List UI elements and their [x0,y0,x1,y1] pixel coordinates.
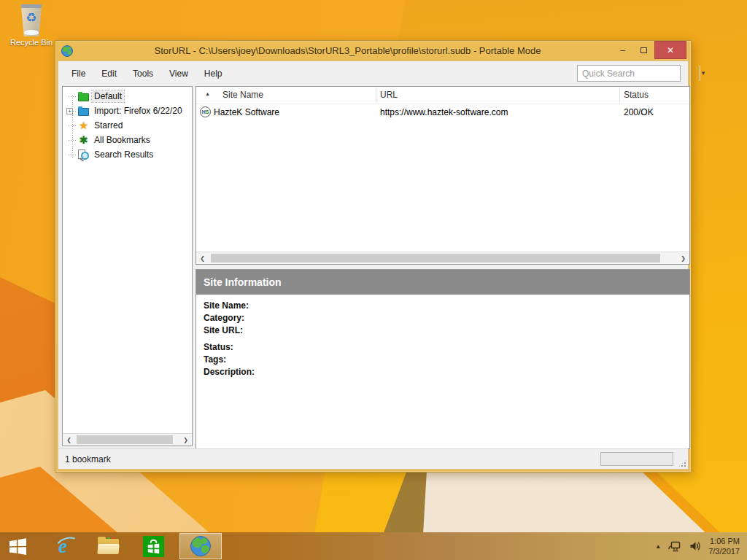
status-bar: 1 bookmark [58,448,688,469]
scroll-right-icon[interactable]: ❯ [677,252,689,264]
file-explorer-icon [98,539,119,554]
taskbar-clock[interactable]: 1:06 PM 7/3/2017 [708,536,740,556]
menu-edit[interactable]: Edit [93,66,125,82]
network-icon[interactable] [668,540,681,553]
site-favicon: HS [200,106,211,117]
maximize-icon [640,47,647,53]
cell-url: https://www.haztek-software.com [380,107,508,117]
minimize-button[interactable]: – [612,41,633,59]
recycle-bin-label: Recycle Bin [7,38,55,47]
window-title: StorURL - C:\Users\joey\Downloads\StorUR… [99,45,596,56]
field-label-site-name: Site Name: [204,300,689,313]
asterisk-icon: ✱ [77,135,90,145]
taskbar-windows-store[interactable] [137,532,169,560]
title-bar[interactable]: StorURL - C:\Users\joey\Downloads\StorUR… [55,41,691,61]
menu-bar: File Edit Tools View Help ▼ [58,61,688,85]
folder-blue-icon [77,106,90,116]
bookmark-row[interactable]: HS HazteK Software https://www.haztek-so… [196,104,689,121]
taskbar-file-explorer[interactable] [92,532,124,560]
resize-grip[interactable] [678,459,687,468]
windows-logo-icon [9,537,27,556]
site-information-panel: Site Information Site Name: Category: Si… [196,269,690,449]
tray-chevron-icon[interactable]: ▲ [655,543,661,550]
volume-icon[interactable] [689,540,701,552]
folder-green-icon [77,91,90,101]
tree-expander-icon[interactable]: + [66,108,73,114]
list-header: ▲ Site Name URL Status [196,87,689,104]
list-scrollbar-thumb[interactable] [211,254,660,262]
tree-item-import-firefox[interactable]: + Import: Firefox 6/22/20 [63,104,192,118]
recycle-symbol-icon: ♻ [19,12,44,24]
window-body: File Edit Tools View Help ▼ Default + [58,61,689,470]
tree-item-label: Import: Firefox 6/22/20 [92,105,185,117]
field-label-site-url: Site URL: [204,325,689,338]
star-icon: ★ [77,120,90,131]
recycle-bin[interactable]: ♻ Recycle Bin [7,4,55,47]
field-label-tags: Tags: [204,354,689,367]
tree-item-label: Starred [92,120,125,131]
maximize-button[interactable] [633,41,654,59]
quick-search-box: ▼ [577,65,681,82]
recycle-bin-icon: ♻ [19,4,44,36]
scroll-left-icon[interactable]: ❮ [63,434,75,446]
quick-search-dropdown-icon[interactable]: ▼ [700,66,706,81]
tree-scrollbar-thumb[interactable] [77,435,173,444]
site-information-header: Site Information [196,270,689,295]
tree-item-starred[interactable]: ★ Starred [63,118,192,133]
taskbar: e ▲ 1:06 PM 7/3/2017 [0,532,747,560]
field-label-description: Description: [204,367,689,379]
start-button[interactable] [1,532,34,560]
tree-horizontal-scrollbar[interactable]: ❮ ❯ [63,433,192,446]
sort-ascending-icon: ▲ [205,91,210,96]
menu-file[interactable]: File [63,66,93,82]
clock-time: 1:06 PM [708,536,740,546]
list-horizontal-scrollbar[interactable]: ❮ ❯ [196,252,689,264]
tree-item-label: Default [92,90,124,102]
category-tree-panel: Default + Import: Firefox 6/22/20 ★ Star… [62,86,193,446]
column-header-site-name[interactable]: Site Name [222,90,263,100]
cell-site-name: HazteK Software [214,107,279,117]
storurl-window: StorURL - C:\Users\joey\Downloads\StorUR… [55,40,692,472]
taskbar-storurl-active[interactable] [179,533,222,559]
system-tray: ▲ 1:06 PM 7/3/2017 [655,536,747,556]
windows-store-icon [143,536,164,557]
bookmark-list-panel: ▲ Site Name URL Status HS HazteK Softwar… [196,86,690,265]
scroll-left-icon[interactable]: ❮ [196,252,209,264]
column-header-status[interactable]: Status [624,90,649,100]
storurl-globe-icon [190,536,211,556]
clock-date: 7/3/2017 [708,546,740,556]
bookmark-count: 1 bookmark [65,454,111,464]
tree-item-search-results[interactable]: Search Results [63,147,192,162]
scroll-right-icon[interactable]: ❯ [179,434,192,446]
tree-item-label: All Bookmarks [92,134,152,146]
quick-search-input[interactable] [578,69,700,79]
tree-item-default[interactable]: Default [63,89,192,104]
close-button[interactable]: ✕ [654,41,686,59]
column-header-url[interactable]: URL [380,90,398,100]
cell-status: 200/OK [624,107,654,117]
menu-help[interactable]: Help [196,66,231,82]
menu-tools[interactable]: Tools [125,66,161,82]
field-label-category: Category: [204,313,689,325]
internet-explorer-icon: e [58,537,67,556]
menu-view[interactable]: View [161,66,196,82]
tree-item-all-bookmarks[interactable]: ✱ All Bookmarks [63,133,192,147]
search-results-icon [77,149,90,160]
progress-bar [600,452,673,466]
tree-item-label: Search Results [92,149,155,160]
app-globe-icon [61,45,73,57]
taskbar-internet-explorer[interactable]: e [47,532,79,560]
field-label-status: Status: [204,342,689,354]
